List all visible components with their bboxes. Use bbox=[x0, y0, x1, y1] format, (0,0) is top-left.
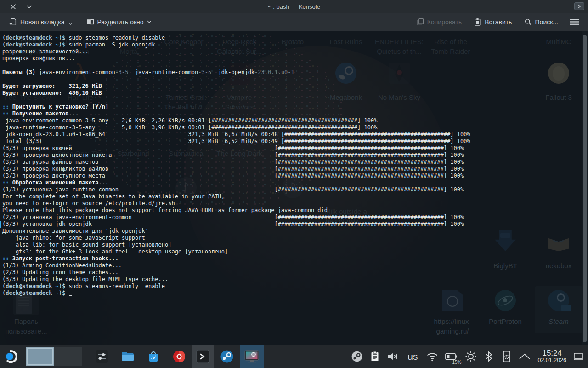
steam-tray-icon bbox=[351, 351, 363, 362]
file-manager-task[interactable] bbox=[115, 345, 141, 368]
brightness-tray-button[interactable] bbox=[464, 348, 478, 365]
screenshot-tool-icon bbox=[244, 349, 260, 364]
terminal-line: (2/3) Updating icon theme caches... bbox=[2, 269, 582, 276]
battery-percent-label: 15% bbox=[452, 360, 462, 365]
terminal-line: (1/3) установка java-runtime-common [###… bbox=[2, 186, 582, 193]
clock-date: 02.01.2026 bbox=[537, 357, 566, 364]
terminal-line: проверка конфликтов... bbox=[2, 55, 582, 62]
virtual-desktop-pager[interactable] bbox=[26, 347, 82, 366]
browser-icon bbox=[172, 349, 187, 364]
terminal-line: (2/3) установка java-environment-common … bbox=[2, 214, 582, 221]
keyboard-layout-button[interactable]: us bbox=[404, 348, 421, 365]
konsole-task[interactable] bbox=[192, 345, 214, 368]
steam-task[interactable] bbox=[214, 345, 240, 368]
terminal-line: alsa-lib: for basic sound support [устан… bbox=[2, 242, 582, 248]
app-launcher-icon bbox=[4, 349, 19, 364]
terminal-line: Total (3/3) 321,3 MiB 6,52 MiB/s 00:49 [… bbox=[2, 138, 582, 145]
scrollbar-thumb[interactable] bbox=[583, 35, 587, 342]
discover-icon bbox=[146, 349, 161, 364]
terminal-line: Дополнительные зависимости для 'jdk-open… bbox=[2, 228, 582, 235]
terminal-line: (1/3) Arming ConditionNeedsUpdate... bbox=[2, 262, 582, 269]
copy-icon bbox=[416, 18, 424, 26]
system-tray: us 15% bbox=[350, 348, 588, 365]
bluetooth-tray-button[interactable] bbox=[482, 348, 496, 365]
terminal-line: Будет загружено: 321,26 MiB bbox=[2, 83, 582, 90]
terminal-line: (3/3) установка jdk-openjdk [###########… bbox=[2, 221, 582, 228]
battery-tray-button[interactable]: 15% bbox=[443, 348, 460, 365]
wifi-icon bbox=[426, 351, 439, 362]
show-desktop-icon bbox=[573, 351, 584, 362]
keyboard-layout-label: us bbox=[407, 351, 418, 362]
terminal-line: Будет установлено: 486,10 MiB bbox=[2, 90, 582, 97]
window-expand-button[interactable] bbox=[574, 2, 584, 10]
discover-task[interactable] bbox=[141, 345, 166, 368]
terminal-line bbox=[2, 76, 582, 83]
terminal-line: (3/3) проверка ключей [#################… bbox=[2, 145, 582, 152]
konsole-icon bbox=[196, 349, 210, 364]
terminal-body[interactable]: (deck@steamdeck ~)$ sudo steamos-readonl… bbox=[0, 31, 588, 345]
paste-icon bbox=[474, 18, 481, 26]
window-title: ~ : bash — Konsole bbox=[0, 3, 588, 10]
terminal-line: java-rhino: for some JavaScript support bbox=[2, 235, 582, 242]
terminal-line: java-runtime-common-3-5-any 5,0 KiB 3,96… bbox=[2, 124, 582, 131]
clipboard-tray-button[interactable] bbox=[368, 348, 382, 365]
terminal-line: (deck@steamdeck ~)$ bbox=[2, 290, 582, 297]
terminal-line: (3/3) проверка целостности пакета [#####… bbox=[2, 152, 582, 159]
hamburger-menu-button[interactable] bbox=[566, 16, 582, 28]
system-settings-task[interactable] bbox=[89, 345, 115, 368]
hamburger-menu-icon bbox=[570, 18, 579, 25]
terminal-line bbox=[2, 97, 582, 104]
terminal-line: gtk3: for the Gtk+ 3 look and feel - des… bbox=[2, 248, 582, 255]
taskbar-panel: us 15% bbox=[0, 345, 588, 368]
split-window-button[interactable]: Разделить окно bbox=[83, 15, 155, 29]
terminal-line: (3/3) Updating the desktop file MIME typ… bbox=[2, 276, 582, 283]
browser-task[interactable] bbox=[166, 345, 192, 368]
search-button[interactable]: Поиск... bbox=[520, 15, 562, 29]
konsole-window: ~ : bash — Konsole Новая вкладка Раздели… bbox=[0, 0, 588, 345]
file-manager-icon bbox=[120, 349, 135, 364]
clipboard-icon bbox=[369, 351, 380, 362]
volume-icon bbox=[386, 351, 399, 362]
window-titlebar[interactable]: ~ : bash — Konsole bbox=[0, 0, 588, 13]
wifi-tray-button[interactable] bbox=[425, 348, 439, 365]
chevron-up-icon bbox=[518, 352, 531, 361]
terminal-line: :: Приступить к установке? [Y/n] bbox=[2, 104, 582, 110]
terminal-line: (3/3) проверка конфликтов файлов [######… bbox=[2, 166, 582, 172]
terminal-line: java-environment-common-3-5-any 2,6 KiB … bbox=[2, 117, 582, 124]
chevron-down-icon bbox=[68, 23, 73, 25]
desktop-2-preview[interactable] bbox=[54, 347, 82, 366]
copy-label: Копировать bbox=[427, 18, 462, 26]
search-label: Поиск... bbox=[535, 18, 558, 26]
expand-tray-button[interactable] bbox=[518, 348, 531, 365]
new-tab-label: Новая вкладка bbox=[20, 18, 65, 26]
brightness-icon bbox=[464, 350, 477, 363]
paste-button[interactable]: Вставить bbox=[470, 15, 515, 29]
device-notifier-button[interactable] bbox=[500, 348, 514, 365]
terminal-line: (3/3) проверка доступного места [#######… bbox=[2, 172, 582, 179]
show-desktop-button[interactable] bbox=[572, 348, 584, 365]
terminal-line: jdk-openjdk-23.0.1.u0-1-x86_64 321,3 MiB… bbox=[2, 131, 582, 138]
terminal-line: (deck@steamdeck ~)$ sudo steamos-readonl… bbox=[2, 283, 582, 290]
app-launcher-button[interactable] bbox=[0, 345, 23, 368]
split-view-icon bbox=[86, 18, 94, 26]
new-tab-button[interactable]: Новая вкладка bbox=[6, 15, 76, 29]
terminal-scrollbar[interactable] bbox=[582, 31, 588, 345]
terminal-line: (3/3) загрузка файлов пакетов [#########… bbox=[2, 159, 582, 166]
terminal-output[interactable]: (deck@steamdeck ~)$ sudo steamos-readonl… bbox=[0, 31, 582, 345]
terminal-line: Пакеты (3) java-environment-common-3-5 j… bbox=[2, 69, 582, 76]
terminal-line: you need to re-login or source /etc/prof… bbox=[2, 200, 582, 207]
terminal-line: :: Запуск post-transaction hooks... bbox=[2, 255, 582, 262]
terminal-line bbox=[2, 62, 582, 69]
steam-tray-button[interactable] bbox=[350, 348, 364, 365]
terminal-line: :: Обработка изменений пакета... bbox=[2, 179, 582, 186]
system-settings-icon bbox=[95, 349, 109, 364]
terminal-line: :: Получение пакетов... bbox=[2, 110, 582, 117]
split-window-label: Разделить окно bbox=[97, 18, 144, 26]
desktop-1-preview[interactable] bbox=[26, 347, 54, 366]
screenshot-tool-task[interactable] bbox=[240, 345, 264, 368]
copy-button[interactable]: Копировать bbox=[413, 15, 465, 29]
steam-icon bbox=[220, 349, 234, 364]
digital-clock[interactable]: 15:24 02.01.2026 bbox=[537, 349, 566, 364]
terminal-line: (deck@steamdeck ~)$ sudo pacman -S jdk-o… bbox=[2, 41, 582, 48]
volume-tray-button[interactable] bbox=[386, 348, 400, 365]
